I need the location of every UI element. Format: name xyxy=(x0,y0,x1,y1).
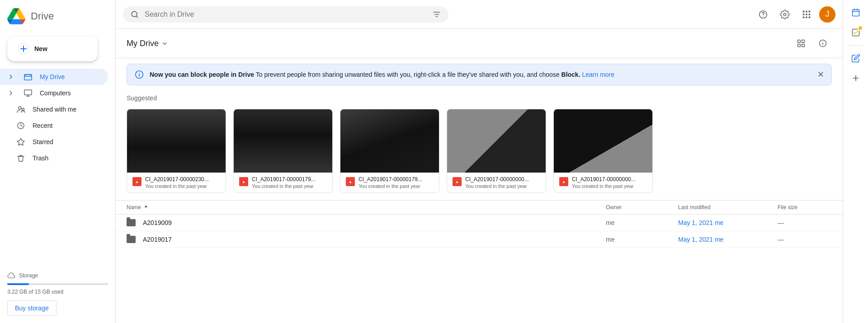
apps-button[interactable] xyxy=(797,5,816,23)
help-button[interactable] xyxy=(754,5,772,23)
search-input[interactable] xyxy=(145,10,427,19)
sidebar-nav: My Drive Computers xyxy=(0,69,115,166)
sidebar-item-my-drive-label: My Drive xyxy=(40,73,65,80)
info-circle-icon xyxy=(134,70,144,80)
table-row[interactable]: A2019009 me May 1, 2021 me — xyxy=(116,215,843,231)
computers-icon xyxy=(24,89,33,98)
header-icons: J xyxy=(754,5,835,23)
recent-icon xyxy=(16,121,25,130)
thumb-image xyxy=(340,109,439,173)
file-card-meta: You created in the past year xyxy=(465,183,540,189)
sidebar-item-my-drive[interactable]: My Drive xyxy=(0,69,108,85)
name-column-header[interactable]: Name xyxy=(127,204,606,211)
file-card-name: CI_A2019017-00000179... xyxy=(252,176,327,183)
file-card[interactable]: CI_A2019017-00000000... You created in t… xyxy=(553,109,653,193)
svg-point-11 xyxy=(783,13,786,16)
content-header-actions xyxy=(792,34,832,52)
info-icon xyxy=(818,39,827,48)
file-card-thumbnail xyxy=(447,109,546,173)
add-icon xyxy=(851,74,860,83)
search-icon xyxy=(130,10,139,19)
banner-close-button[interactable]: ✕ xyxy=(817,70,824,80)
file-card[interactable]: CI_A2019017-00000179... You created in t… xyxy=(340,109,439,193)
thumb-image xyxy=(447,109,546,173)
owner-column-header: Owner xyxy=(606,204,678,211)
svg-rect-4 xyxy=(24,90,32,95)
info-button[interactable] xyxy=(814,34,832,52)
suggested-section-title: Suggested xyxy=(116,91,843,105)
help-icon xyxy=(758,9,768,19)
calendar-panel-button[interactable] xyxy=(847,4,865,22)
file-card-meta: You created in the past year xyxy=(252,183,327,189)
thumb-image xyxy=(127,109,226,173)
file-type-icon xyxy=(346,177,355,186)
file-card[interactable]: CI_A2019017-00000179... You created in t… xyxy=(233,109,333,193)
search-bar[interactable] xyxy=(123,6,448,23)
user-avatar[interactable]: J xyxy=(819,6,835,23)
size-column-header: File size xyxy=(778,204,832,211)
sidebar-item-computers[interactable]: Computers xyxy=(0,85,108,101)
folder-icon xyxy=(127,236,136,243)
banner-normal-text: To prevent people from sharing unwanted … xyxy=(256,71,561,78)
banner-learn-more-link[interactable]: Learn more xyxy=(582,71,614,78)
file-name-cell: A2019017 xyxy=(127,236,606,243)
svg-rect-24 xyxy=(802,44,805,47)
new-button[interactable]: New xyxy=(7,36,98,61)
sidebar-item-trash[interactable]: Trash xyxy=(0,150,108,166)
file-type-icon xyxy=(453,177,462,186)
banner-bold-text: Now you can block people in Drive xyxy=(150,71,254,78)
svg-rect-13 xyxy=(806,10,807,12)
banner-text: Now you can block people in Drive To pre… xyxy=(150,71,614,78)
settings-button[interactable] xyxy=(776,5,794,23)
expand-arrow-icon xyxy=(7,73,14,80)
filter-icon[interactable] xyxy=(432,10,441,19)
edit-panel-button[interactable] xyxy=(847,49,865,67)
file-name-cell: A2019009 xyxy=(127,219,606,226)
edit-icon xyxy=(851,54,860,63)
svg-rect-15 xyxy=(803,14,805,15)
tasks-panel-button[interactable] xyxy=(847,23,865,42)
file-card-meta: You created in the past year xyxy=(359,183,434,189)
cloud-icon xyxy=(7,272,15,280)
svg-rect-22 xyxy=(802,40,805,43)
starred-icon xyxy=(16,137,25,146)
svg-rect-16 xyxy=(806,14,807,15)
svg-rect-29 xyxy=(852,9,859,16)
main-area: J My Drive xyxy=(116,0,843,323)
sidebar-item-shared[interactable]: Shared with me xyxy=(0,101,108,117)
content-area: My Drive xyxy=(116,29,843,323)
svg-rect-3 xyxy=(24,75,32,80)
add-panel-button[interactable] xyxy=(847,69,865,87)
file-card[interactable]: CI_A2019017-00000230... You created in t… xyxy=(127,109,226,193)
content-title: My Drive xyxy=(127,39,169,48)
buy-storage-button[interactable]: Buy storage xyxy=(7,300,57,316)
drive-logo-icon xyxy=(7,7,25,25)
storage-section: Storage 3.22 GB of 15 GB used Buy storag… xyxy=(0,264,115,323)
file-card-thumbnail xyxy=(234,109,332,173)
file-card[interactable]: CI_A2019017-00000000... You created in t… xyxy=(447,109,546,193)
file-list-header: Name Owner Last modified File size xyxy=(116,200,843,215)
sidebar-item-shared-label: Shared with me xyxy=(33,106,76,113)
svg-point-6 xyxy=(22,108,24,111)
sidebar-item-starred[interactable]: Starred xyxy=(0,134,108,150)
grid-view-icon xyxy=(797,39,806,48)
chevron-down-icon[interactable] xyxy=(160,39,169,47)
sidebar-header: Drive xyxy=(0,4,115,33)
sidebar-item-recent[interactable]: Recent xyxy=(0,117,108,134)
file-card-name: CI_A2019017-00000000... xyxy=(465,176,540,183)
svg-rect-14 xyxy=(809,10,811,12)
svg-rect-20 xyxy=(809,16,811,18)
file-card-meta: You created in the past year xyxy=(572,183,647,189)
info-banner: Now you can block people in Drive To pre… xyxy=(127,64,832,85)
file-size-cell: — xyxy=(778,219,832,226)
gear-icon xyxy=(780,9,790,19)
svg-rect-23 xyxy=(798,44,801,47)
shared-icon xyxy=(16,105,25,114)
file-card-name: CI_A2019017-00000000... xyxy=(572,176,647,183)
file-card-name: CI_A2019017-00000230... xyxy=(145,176,220,183)
right-panel xyxy=(843,0,868,323)
table-row[interactable]: A2019017 me May 1, 2021 me — xyxy=(116,231,843,248)
svg-point-10 xyxy=(763,16,764,17)
grid-view-button[interactable] xyxy=(792,34,810,52)
storage-bar-fill xyxy=(7,283,29,285)
